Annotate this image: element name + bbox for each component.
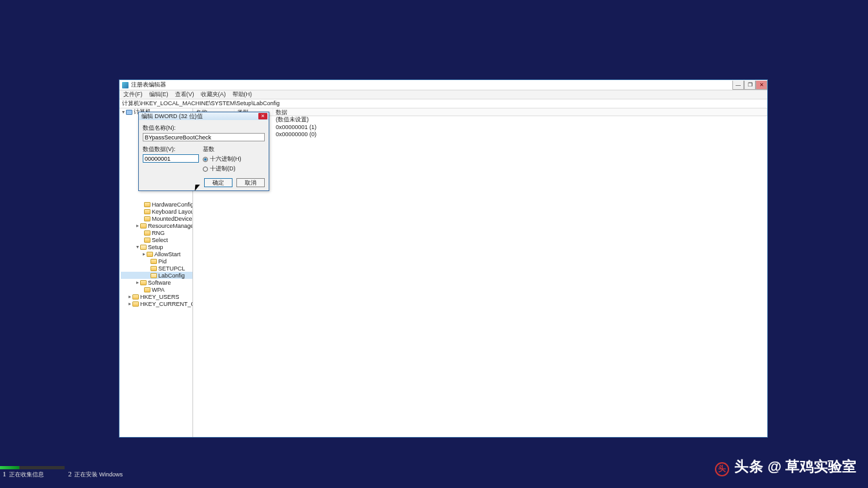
cancel-button[interactable]: 取消 xyxy=(236,178,265,187)
tree-item[interactable]: Select xyxy=(152,237,168,243)
folder-icon xyxy=(132,301,139,307)
tree-item[interactable]: Pid xyxy=(158,258,167,265)
window-titlebar[interactable]: 注册表编辑器 — ❐ ✕ xyxy=(119,80,767,90)
values-list[interactable]: 名称 类型 数据 (数值未设置) 0x00000001 (1) 0x000000… xyxy=(193,108,767,437)
ok-button[interactable]: 确定 xyxy=(204,178,232,187)
tree-item[interactable]: HardwareConfig xyxy=(152,201,193,208)
window-title: 注册表编辑器 xyxy=(131,81,166,89)
step-number: 1 xyxy=(3,470,6,478)
folder-icon xyxy=(150,266,157,271)
maximize-button[interactable]: ❐ xyxy=(744,81,756,90)
folder-icon xyxy=(144,230,150,236)
dialog-title: 编辑 DWORD (32 位)值 xyxy=(141,112,203,121)
app-icon xyxy=(122,82,129,88)
watermark-brand: 头条 xyxy=(734,457,764,476)
folder-open-icon xyxy=(150,273,157,278)
tree-item-labconfig[interactable]: LabConfig xyxy=(158,272,185,279)
tree-item[interactable]: AllowStart xyxy=(154,251,181,258)
address-bar[interactable]: 计算机\HKEY_LOCAL_MACHINE\SYSTEM\Setup\LabC… xyxy=(119,99,767,108)
step-1-label: 正在收集信息 xyxy=(9,471,44,478)
window-close-button[interactable]: ✕ xyxy=(756,81,767,90)
minimize-button[interactable]: — xyxy=(732,81,744,90)
value-name-label: 数值名称(N): xyxy=(143,124,265,132)
value-data-label: 数值数据(V): xyxy=(143,145,199,154)
tree-item[interactable]: Keyboard Layout xyxy=(152,208,193,215)
tree-item-setup[interactable]: Setup xyxy=(148,244,163,250)
col-data[interactable]: 数据 xyxy=(273,108,767,116)
value-data-field[interactable] xyxy=(143,154,199,163)
folder-open-icon xyxy=(140,245,147,250)
radio-dec[interactable]: 十进制(D) xyxy=(203,165,265,173)
radio-hex-label: 十六进制(H) xyxy=(210,155,242,163)
base-group-label: 基数 xyxy=(203,145,265,154)
folder-icon xyxy=(147,252,153,257)
watermark-at: @ xyxy=(768,458,781,475)
tree-item[interactable]: SETUPCL xyxy=(158,265,185,272)
menu-view[interactable]: 查看(V) xyxy=(174,90,196,99)
menu-help[interactable]: 帮助(H) xyxy=(231,90,254,99)
list-data: 0x00000001 (1) xyxy=(273,124,767,130)
folder-icon xyxy=(144,216,150,221)
dialog-close-button[interactable]: ✕ xyxy=(258,113,267,119)
radio-dot-icon xyxy=(203,157,208,162)
tree-item[interactable]: ResourceManager xyxy=(148,223,193,229)
folder-icon xyxy=(140,223,147,229)
radio-dot-icon xyxy=(203,167,208,172)
watermark: 头 头条 @ 草鸡实验室 xyxy=(715,457,856,476)
menu-edit[interactable]: 编辑(E) xyxy=(148,90,170,99)
list-row[interactable]: 0x00000001 (1) xyxy=(193,123,767,130)
tree-item[interactable]: Software xyxy=(148,280,171,286)
step-number: 2 xyxy=(68,470,72,478)
toutiao-icon: 头 xyxy=(715,462,729,476)
radio-dec-label: 十进制(D) xyxy=(210,165,236,173)
list-row[interactable]: 0x00000000 (0) xyxy=(193,130,767,137)
folder-icon xyxy=(132,294,139,300)
folder-icon xyxy=(144,209,150,214)
address-text: 计算机\HKEY_LOCAL_MACHINE\SYSTEM\Setup\LabC… xyxy=(122,99,280,108)
folder-icon xyxy=(144,202,150,207)
list-row[interactable]: (数值未设置) xyxy=(193,116,767,123)
step-2-label: 正在安装 Windows xyxy=(74,471,123,478)
watermark-name: 草鸡实验室 xyxy=(785,457,856,476)
menu-favorites[interactable]: 收藏夹(A) xyxy=(200,90,227,99)
list-data: 0x00000000 (0) xyxy=(273,131,767,137)
folder-icon xyxy=(140,280,147,285)
setup-progress xyxy=(0,466,65,469)
tree-hkey-users[interactable]: HKEY_USERS xyxy=(140,294,180,300)
tree-item[interactable]: RNG xyxy=(152,230,165,236)
value-name-field[interactable] xyxy=(143,133,265,141)
setup-steps: 1正在收集信息 2正在安装 Windows xyxy=(3,470,123,479)
tree-item[interactable]: WPA xyxy=(152,287,165,293)
edit-dword-dialog: 编辑 DWORD (32 位)值 ✕ 数值名称(N): 数值数据(V): 基数 … xyxy=(138,112,269,191)
computer-icon xyxy=(126,110,132,115)
dialog-titlebar[interactable]: 编辑 DWORD (32 位)值 ✕ xyxy=(139,112,269,120)
folder-icon xyxy=(144,238,150,243)
tree-item[interactable]: MountedDevices xyxy=(152,216,193,222)
folder-icon xyxy=(150,259,157,264)
menu-bar: 文件(F) 编辑(E) 查看(V) 收藏夹(A) 帮助(H) xyxy=(119,90,767,99)
radio-hex[interactable]: 十六进制(H) xyxy=(203,155,265,163)
tree-hkey-current-config[interactable]: HKEY_CURRENT_CONFIG xyxy=(140,301,193,307)
list-data: (数值未设置) xyxy=(273,116,767,124)
folder-icon xyxy=(144,287,150,292)
menu-file[interactable]: 文件(F) xyxy=(122,90,144,99)
